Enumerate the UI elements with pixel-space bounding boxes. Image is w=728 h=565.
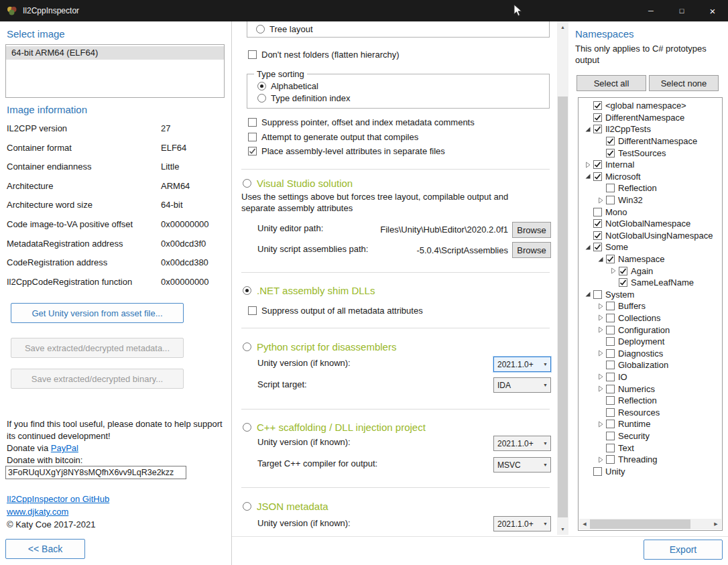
- tree-item[interactable]: Some: [579, 241, 722, 253]
- minimize-icon: ─: [648, 7, 654, 15]
- namespace-checkbox[interactable]: [619, 267, 627, 275]
- namespace-checkbox[interactable]: [606, 361, 615, 369]
- tree-item[interactable]: Globalization: [579, 359, 722, 371]
- tree-item[interactable]: SameLeafName: [579, 277, 722, 289]
- collapse-arrow-icon[interactable]: [595, 256, 606, 263]
- namespace-label: Internal: [605, 160, 634, 170]
- namespace-checkbox[interactable]: [606, 420, 615, 428]
- namespace-checkbox[interactable]: [606, 255, 615, 263]
- close-button[interactable]: ×: [697, 0, 728, 21]
- namespace-checkbox[interactable]: [606, 396, 615, 405]
- namespace-checkbox[interactable]: [593, 125, 602, 133]
- expand-arrow-icon[interactable]: [595, 326, 606, 333]
- namespace-checkbox[interactable]: [593, 219, 602, 228]
- tree-item[interactable]: Buffers: [579, 300, 722, 312]
- namespace-label: Deployment: [618, 336, 664, 347]
- expand-arrow-icon[interactable]: [595, 385, 606, 392]
- namespace-tree[interactable]: <global namespace>DifferentNamespaceIl2C…: [578, 97, 723, 531]
- namespace-checkbox[interactable]: [593, 243, 602, 251]
- tree-horizontal-scrollbar[interactable]: ◀ ▶: [579, 519, 721, 529]
- tree-item[interactable]: System: [579, 289, 722, 301]
- expand-arrow-icon[interactable]: [595, 421, 606, 428]
- tree-item[interactable]: Configuration: [579, 324, 722, 336]
- minimize-button[interactable]: ─: [635, 0, 666, 21]
- collapse-arrow-icon[interactable]: [583, 126, 593, 133]
- namespace-checkbox[interactable]: [593, 290, 602, 299]
- tree-item[interactable]: NotGlobalUsingNamespace: [579, 230, 722, 242]
- tree-item[interactable]: NotGlobalNamespace: [579, 218, 722, 230]
- tree-item[interactable]: Runtime: [579, 418, 722, 430]
- namespace-checkbox[interactable]: [606, 326, 615, 334]
- namespace-checkbox[interactable]: [606, 385, 615, 393]
- namespace-checkbox[interactable]: [606, 455, 615, 464]
- namespace-checkbox[interactable]: [606, 408, 615, 417]
- tree-item[interactable]: Numerics: [579, 383, 722, 395]
- tree-item[interactable]: Deployment: [579, 336, 722, 348]
- namespace-checkbox[interactable]: [606, 184, 615, 192]
- expand-arrow-icon[interactable]: [595, 314, 606, 321]
- tree-item[interactable]: DifferentNamespace: [579, 135, 722, 147]
- namespace-checkbox[interactable]: [606, 373, 615, 381]
- tree-item[interactable]: Il2CppTests: [579, 123, 722, 135]
- maximize-button[interactable]: □: [666, 0, 697, 21]
- namespace-label: Resources: [618, 407, 660, 418]
- tree-item[interactable]: Collections: [579, 312, 722, 324]
- expand-arrow-icon[interactable]: [595, 373, 606, 380]
- namespace-label: Mono: [605, 207, 627, 217]
- namespace-label: Globalization: [618, 360, 668, 370]
- tree-item[interactable]: Threading: [579, 454, 722, 466]
- collapse-arrow-icon[interactable]: [583, 173, 593, 180]
- tree-item[interactable]: TestSources: [579, 147, 722, 159]
- tree-item[interactable]: DifferentNamespace: [579, 112, 722, 124]
- expand-arrow-icon[interactable]: [595, 350, 606, 357]
- scrollbar-thumb[interactable]: [590, 519, 690, 529]
- export-button[interactable]: Export: [644, 540, 723, 560]
- expand-arrow-icon[interactable]: [608, 267, 619, 274]
- namespace-checkbox[interactable]: [593, 160, 602, 169]
- namespaces-note: This only applies to C# prototypes outpu…: [575, 43, 724, 66]
- tree-item[interactable]: Security: [579, 430, 722, 442]
- scroll-right-arrow[interactable]: ▶: [711, 519, 721, 529]
- tree-item[interactable]: Resources: [579, 406, 722, 418]
- expand-arrow-icon[interactable]: [595, 303, 606, 310]
- tree-item[interactable]: Text: [579, 442, 722, 454]
- select-all-button[interactable]: Select all: [577, 75, 646, 91]
- tree-item[interactable]: Internal: [579, 159, 722, 171]
- namespace-checkbox[interactable]: [606, 444, 615, 452]
- namespace-checkbox[interactable]: [593, 101, 602, 110]
- tree-item[interactable]: Diagnostics: [579, 347, 722, 359]
- namespace-checkbox[interactable]: [606, 337, 615, 346]
- namespace-checkbox[interactable]: [593, 467, 602, 476]
- namespace-checkbox[interactable]: [593, 113, 602, 122]
- tree-item[interactable]: <global namespace>: [579, 100, 722, 112]
- namespace-checkbox[interactable]: [593, 231, 602, 240]
- tree-item[interactable]: Unity: [579, 465, 722, 477]
- expand-arrow-icon[interactable]: [595, 197, 606, 204]
- namespace-checkbox[interactable]: [593, 208, 602, 216]
- namespace-checkbox[interactable]: [606, 314, 615, 322]
- tree-item[interactable]: Microsoft: [579, 171, 722, 183]
- tree-item[interactable]: Reflection: [579, 182, 722, 194]
- scroll-left-arrow[interactable]: ◀: [579, 519, 590, 529]
- namespace-checkbox[interactable]: [606, 196, 615, 204]
- close-icon: ×: [710, 5, 716, 17]
- namespace-checkbox[interactable]: [593, 172, 602, 181]
- namespace-checkbox[interactable]: [606, 432, 615, 440]
- expand-arrow-icon[interactable]: [595, 456, 606, 463]
- namespace-label: <global namespace>: [605, 101, 686, 111]
- namespace-checkbox[interactable]: [606, 302, 615, 310]
- collapse-arrow-icon[interactable]: [583, 244, 593, 251]
- namespace-checkbox[interactable]: [606, 349, 615, 358]
- tree-item[interactable]: Win32: [579, 194, 722, 206]
- namespace-checkbox[interactable]: [606, 149, 615, 158]
- tree-item[interactable]: Reflection: [579, 395, 722, 407]
- expand-arrow-icon[interactable]: [583, 162, 593, 168]
- tree-item[interactable]: Mono: [579, 206, 722, 218]
- tree-item[interactable]: IO: [579, 371, 722, 383]
- collapse-arrow-icon[interactable]: [583, 291, 593, 298]
- select-none-button[interactable]: Select none: [649, 75, 719, 91]
- namespace-checkbox[interactable]: [619, 278, 627, 287]
- namespace-checkbox[interactable]: [606, 137, 615, 145]
- tree-item[interactable]: Again: [579, 265, 722, 277]
- tree-item[interactable]: Namespace: [579, 253, 722, 265]
